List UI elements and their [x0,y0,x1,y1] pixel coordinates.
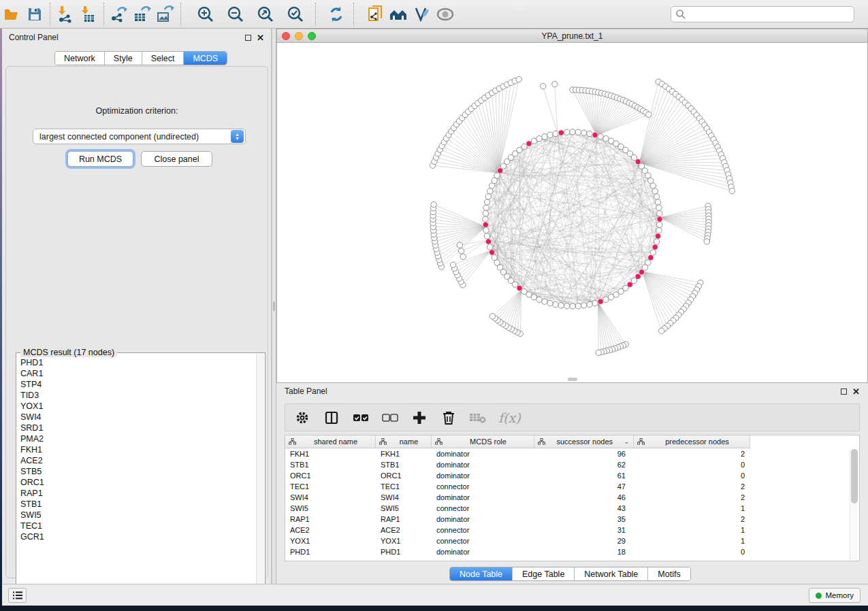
scrollbar-thumb[interactable] [851,449,858,503]
mcds-result-item[interactable]: RAP1 [20,488,256,499]
zoom-out-icon[interactable] [224,3,247,25]
table-row[interactable]: PHD1PHD1dominator180 [285,546,859,557]
run-mcds-button[interactable]: Run MCDS [67,151,133,167]
float-panel-icon[interactable] [841,389,847,395]
graph-node [547,300,553,306]
table-row[interactable]: STB1STB1dominator620 [285,459,859,470]
close-panel-button[interactable]: Close panel [141,151,212,167]
graph-leaf-node [458,248,464,254]
table-row[interactable]: ORC1ORC1dominator610 [285,470,859,481]
mcds-result-item[interactable]: TEC1 [20,521,256,531]
mcds-result-item[interactable]: FKH1 [20,444,256,455]
delete-entry-icon[interactable] [440,409,457,427]
mcds-result-item[interactable]: CAR1 [20,368,256,379]
graph-node [484,233,489,239]
column-header-name[interactable]: name [376,435,432,448]
table-row[interactable]: FKH1FKH1dominator962 [285,448,859,459]
search-field[interactable] [671,6,854,22]
save-session-icon[interactable] [23,3,46,25]
select-all-icon[interactable] [352,409,370,427]
table-row[interactable]: TEC1TEC1connector472 [285,481,859,492]
toolbar-separator [50,3,50,26]
mcds-result-item[interactable]: SWI5 [20,510,256,521]
cell-successor_nodes: 47 [534,481,634,492]
cell-shared_name: FKH1 [285,448,376,459]
import-network-from-file-icon[interactable] [54,3,77,25]
zoom-selected-icon[interactable] [284,3,307,25]
export-table-icon[interactable] [131,3,154,25]
mcds-result-item[interactable]: YOX1 [20,401,256,412]
cell-mcds_role: connector [432,525,534,535]
new-network-from-selection-icon[interactable] [364,3,387,25]
export-network-icon[interactable] [108,3,131,25]
network-hscroll-thumb[interactable] [568,378,577,381]
network-overview-icon[interactable] [387,3,411,25]
float-panel-icon[interactable] [245,35,251,41]
zoom-in-icon[interactable] [194,3,217,25]
show-columns-icon[interactable] [323,409,340,427]
table-row[interactable]: ACE2ACE2connector311 [285,525,859,535]
mcds-result-item[interactable]: STB1 [20,499,256,510]
mcds-result-item[interactable]: PHD1 [20,357,256,368]
mcds-result-item[interactable]: ACE2 [20,455,256,466]
node-table-scrollbar[interactable] [850,449,858,560]
export-image-icon[interactable] [154,3,177,25]
panel-splitter[interactable] [272,29,276,584]
zoom-fit-content-icon[interactable] [254,3,277,25]
node-table[interactable]: shared namenameMCDS rolesuccessor nodes⌄… [285,435,860,561]
graph-dominator-node [592,132,598,137]
graph-node [581,303,587,308]
table-row[interactable]: RAP1RAP1dominator352 [285,514,859,525]
network-canvas[interactable] [277,43,867,382]
tab-motifs[interactable]: Motifs [648,567,690,580]
tab-mcds[interactable]: MCDS [184,52,227,65]
search-input[interactable] [686,7,854,21]
memory-button[interactable]: Memory [809,588,861,603]
refresh-view-icon[interactable] [325,3,348,25]
mcds-result-list[interactable]: PHD1CAR1STP4TID3YOX1SWI4SRD1PMA2FKH1ACE2… [17,357,256,600]
network-window-titlebar[interactable]: YPA_prune.txt_1 [277,29,867,43]
tab-edge-table[interactable]: Edge Table [513,567,575,580]
tab-select[interactable]: Select [142,52,184,65]
tab-network-table[interactable]: Network Table [575,567,648,580]
criterion-dropdown[interactable]: largest connected component (undirected)… [33,129,246,144]
mcds-result-item[interactable]: SWI4 [20,412,256,423]
tab-network[interactable]: Network [55,52,105,65]
mcds-result-item[interactable]: PMA2 [20,433,256,444]
close-panel-icon[interactable]: ✕ [257,35,264,41]
column-header-MCDS-role[interactable]: MCDS role [432,435,534,448]
cell-successor_nodes: 29 [534,535,634,546]
table-row[interactable]: SWI5SWI5connector431 [285,503,859,514]
add-entry-icon[interactable] [411,409,428,427]
table-row[interactable]: SWI4SWI4dominator462 [285,492,859,503]
column-header-predecessor-nodes[interactable]: predecessor nodes [634,435,750,448]
mcds-result-item[interactable]: STB5 [20,466,256,477]
column-header-successor-nodes[interactable]: successor nodes⌄ [534,435,634,448]
cell-predecessor_nodes: 1 [634,503,750,514]
mcds-result-item[interactable]: TID3 [20,390,256,401]
mcds-result-item[interactable]: ORC1 [20,477,256,488]
splitter-handle[interactable] [273,301,275,311]
graph-node [483,210,488,216]
graph-dominator-node [485,239,491,244]
tab-style[interactable]: Style [105,52,142,65]
task-history-button[interactable] [8,588,27,603]
graph-leaf-node [541,84,546,89]
hide-graphics-details-icon[interactable] [434,3,457,25]
column-header-shared-name[interactable]: shared name [285,435,376,448]
mcds-result-item[interactable]: STP4 [20,379,256,390]
mcds-result-item[interactable]: SRD1 [20,423,256,433]
open-session-icon[interactable] [0,3,23,25]
table-row[interactable]: YOX1YOX1connector291 [285,535,859,546]
show-graphics-details-icon[interactable] [411,3,434,25]
cell-successor_nodes: 35 [534,514,634,525]
mcds-result-scrollbar[interactable] [256,354,264,600]
clear-selection-icon[interactable] [381,409,399,427]
table-settings-icon[interactable] [293,409,311,427]
import-table-from-file-icon[interactable] [77,3,100,25]
toolbar-separator [315,3,316,26]
close-panel-icon[interactable]: ✕ [852,389,860,395]
graph-node [587,131,592,136]
tab-node-table[interactable]: Node Table [450,567,513,580]
mcds-result-item[interactable]: GCR1 [20,531,256,542]
